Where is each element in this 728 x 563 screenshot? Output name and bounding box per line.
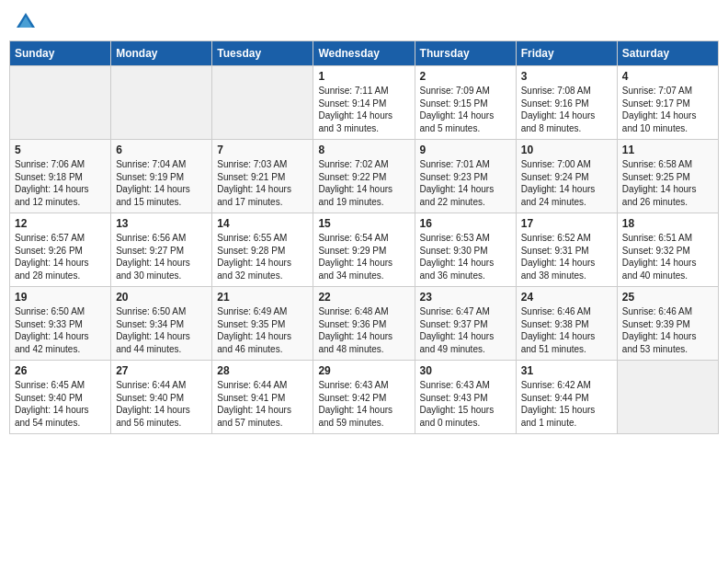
calendar-cell: 14Sunrise: 6:55 AMSunset: 9:28 PMDayligh… [212, 213, 313, 287]
logo [15, 13, 35, 31]
cell-info: Sunrise: 7:02 AMSunset: 9:22 PMDaylight:… [318, 158, 409, 208]
calendar-cell: 7Sunrise: 7:03 AMSunset: 9:21 PMDaylight… [212, 140, 313, 213]
calendar-cell: 21Sunrise: 6:49 AMSunset: 9:35 PMDayligh… [212, 287, 313, 361]
calendar-cell: 28Sunrise: 6:44 AMSunset: 9:41 PMDayligh… [212, 361, 313, 434]
cell-info: Sunrise: 7:06 AMSunset: 9:18 PMDaylight:… [15, 158, 106, 208]
day-number: 26 [15, 364, 106, 377]
weekday-header-saturday: Saturday [617, 41, 718, 66]
day-number: 5 [15, 144, 106, 156]
week-row-4: 19Sunrise: 6:50 AMSunset: 9:33 PMDayligh… [10, 287, 719, 361]
calendar-cell: 13Sunrise: 6:56 AMSunset: 9:27 PMDayligh… [111, 213, 212, 287]
cell-info: Sunrise: 7:04 AMSunset: 9:19 PMDaylight:… [116, 158, 207, 208]
cell-info: Sunrise: 6:47 AMSunset: 9:37 PMDaylight:… [420, 305, 511, 355]
cell-info: Sunrise: 7:00 AMSunset: 9:24 PMDaylight:… [521, 158, 612, 208]
calendar-cell: 2Sunrise: 7:09 AMSunset: 9:15 PMDaylight… [415, 66, 516, 140]
logo-icon [17, 13, 35, 31]
calendar-cell: 18Sunrise: 6:51 AMSunset: 9:32 PMDayligh… [617, 213, 718, 287]
week-row-3: 12Sunrise: 6:57 AMSunset: 9:26 PMDayligh… [10, 213, 719, 287]
cell-info: Sunrise: 7:03 AMSunset: 9:21 PMDaylight:… [217, 158, 308, 208]
calendar-cell: 27Sunrise: 6:44 AMSunset: 9:40 PMDayligh… [111, 361, 212, 434]
cell-info: Sunrise: 7:08 AMSunset: 9:16 PMDaylight:… [521, 85, 612, 134]
day-number: 12 [15, 217, 106, 230]
calendar-cell: 11Sunrise: 6:58 AMSunset: 9:25 PMDayligh… [617, 140, 718, 213]
day-number: 29 [318, 364, 409, 377]
cell-info: Sunrise: 6:44 AMSunset: 9:40 PMDaylight:… [116, 379, 207, 429]
weekday-header-wednesday: Wednesday [313, 41, 415, 66]
day-number: 27 [116, 364, 207, 377]
day-number: 10 [521, 144, 612, 156]
calendar-cell [111, 66, 212, 140]
calendar-cell [617, 361, 718, 434]
cell-info: Sunrise: 6:53 AMSunset: 9:30 PMDaylight:… [420, 232, 511, 282]
page-header [9, 9, 719, 35]
day-number: 25 [622, 291, 713, 304]
calendar-cell: 1Sunrise: 7:11 AMSunset: 9:14 PMDaylight… [313, 66, 415, 140]
calendar-cell: 30Sunrise: 6:43 AMSunset: 9:43 PMDayligh… [415, 361, 516, 434]
cell-info: Sunrise: 6:46 AMSunset: 9:38 PMDaylight:… [521, 305, 612, 355]
day-number: 31 [521, 364, 612, 377]
calendar-cell: 22Sunrise: 6:48 AMSunset: 9:36 PMDayligh… [313, 287, 415, 361]
weekday-header-thursday: Thursday [415, 41, 516, 66]
day-number: 11 [622, 144, 713, 156]
calendar-cell: 19Sunrise: 6:50 AMSunset: 9:33 PMDayligh… [10, 287, 111, 361]
cell-info: Sunrise: 6:44 AMSunset: 9:41 PMDaylight:… [217, 379, 308, 429]
week-row-1: 1Sunrise: 7:11 AMSunset: 9:14 PMDaylight… [10, 66, 719, 140]
cell-info: Sunrise: 6:42 AMSunset: 9:44 PMDaylight:… [521, 379, 612, 429]
calendar-cell: 3Sunrise: 7:08 AMSunset: 9:16 PMDaylight… [516, 66, 617, 140]
calendar-cell: 4Sunrise: 7:07 AMSunset: 9:17 PMDaylight… [617, 66, 718, 140]
calendar-cell: 10Sunrise: 7:00 AMSunset: 9:24 PMDayligh… [516, 140, 617, 213]
day-number: 22 [318, 291, 409, 304]
cell-info: Sunrise: 6:54 AMSunset: 9:29 PMDaylight:… [318, 232, 409, 282]
weekday-header-monday: Monday [111, 41, 212, 66]
calendar-cell [10, 66, 111, 140]
cell-info: Sunrise: 7:11 AMSunset: 9:14 PMDaylight:… [318, 85, 409, 134]
calendar-cell: 17Sunrise: 6:52 AMSunset: 9:31 PMDayligh… [516, 213, 617, 287]
calendar-cell: 26Sunrise: 6:45 AMSunset: 9:40 PMDayligh… [10, 361, 111, 434]
calendar-cell: 25Sunrise: 6:46 AMSunset: 9:39 PMDayligh… [617, 287, 718, 361]
day-number: 4 [622, 70, 713, 83]
calendar-cell: 23Sunrise: 6:47 AMSunset: 9:37 PMDayligh… [415, 287, 516, 361]
calendar-cell: 24Sunrise: 6:46 AMSunset: 9:38 PMDayligh… [516, 287, 617, 361]
calendar-cell: 9Sunrise: 7:01 AMSunset: 9:23 PMDaylight… [415, 140, 516, 213]
day-number: 3 [521, 70, 612, 83]
calendar-cell: 31Sunrise: 6:42 AMSunset: 9:44 PMDayligh… [516, 361, 617, 434]
day-number: 14 [217, 217, 308, 230]
cell-info: Sunrise: 6:51 AMSunset: 9:32 PMDaylight:… [622, 232, 713, 282]
calendar-cell: 20Sunrise: 6:50 AMSunset: 9:34 PMDayligh… [111, 287, 212, 361]
calendar-cell: 15Sunrise: 6:54 AMSunset: 9:29 PMDayligh… [313, 213, 415, 287]
day-number: 18 [622, 217, 713, 230]
cell-info: Sunrise: 6:43 AMSunset: 9:42 PMDaylight:… [318, 379, 409, 429]
day-number: 9 [420, 144, 511, 156]
day-number: 7 [217, 144, 308, 156]
cell-info: Sunrise: 7:09 AMSunset: 9:15 PMDaylight:… [420, 85, 511, 134]
cell-info: Sunrise: 6:43 AMSunset: 9:43 PMDaylight:… [420, 379, 511, 429]
day-number: 15 [318, 217, 409, 230]
calendar-cell: 29Sunrise: 6:43 AMSunset: 9:42 PMDayligh… [313, 361, 415, 434]
day-number: 13 [116, 217, 207, 230]
calendar-cell: 5Sunrise: 7:06 AMSunset: 9:18 PMDaylight… [10, 140, 111, 213]
day-number: 16 [420, 217, 511, 230]
cell-info: Sunrise: 6:46 AMSunset: 9:39 PMDaylight:… [622, 305, 713, 355]
calendar-table: SundayMondayTuesdayWednesdayThursdayFrid… [9, 40, 719, 434]
cell-info: Sunrise: 6:56 AMSunset: 9:27 PMDaylight:… [116, 232, 207, 282]
day-number: 8 [318, 144, 409, 156]
cell-info: Sunrise: 6:57 AMSunset: 9:26 PMDaylight:… [15, 232, 106, 282]
weekday-header-tuesday: Tuesday [212, 41, 313, 66]
day-number: 2 [420, 70, 511, 83]
day-number: 17 [521, 217, 612, 230]
calendar-cell [212, 66, 313, 140]
weekday-header-sunday: Sunday [10, 41, 111, 66]
day-number: 30 [420, 364, 511, 377]
week-row-5: 26Sunrise: 6:45 AMSunset: 9:40 PMDayligh… [10, 361, 719, 434]
cell-info: Sunrise: 6:52 AMSunset: 9:31 PMDaylight:… [521, 232, 612, 282]
cell-info: Sunrise: 6:55 AMSunset: 9:28 PMDaylight:… [217, 232, 308, 282]
cell-info: Sunrise: 6:48 AMSunset: 9:36 PMDaylight:… [318, 305, 409, 355]
header-row: SundayMondayTuesdayWednesdayThursdayFrid… [10, 41, 719, 66]
calendar-cell: 8Sunrise: 7:02 AMSunset: 9:22 PMDaylight… [313, 140, 415, 213]
calendar-cell: 6Sunrise: 7:04 AMSunset: 9:19 PMDaylight… [111, 140, 212, 213]
day-number: 20 [116, 291, 207, 304]
weekday-header-friday: Friday [516, 41, 617, 66]
cell-info: Sunrise: 6:50 AMSunset: 9:34 PMDaylight:… [116, 305, 207, 355]
cell-info: Sunrise: 6:58 AMSunset: 9:25 PMDaylight:… [622, 158, 713, 208]
day-number: 1 [318, 70, 409, 83]
